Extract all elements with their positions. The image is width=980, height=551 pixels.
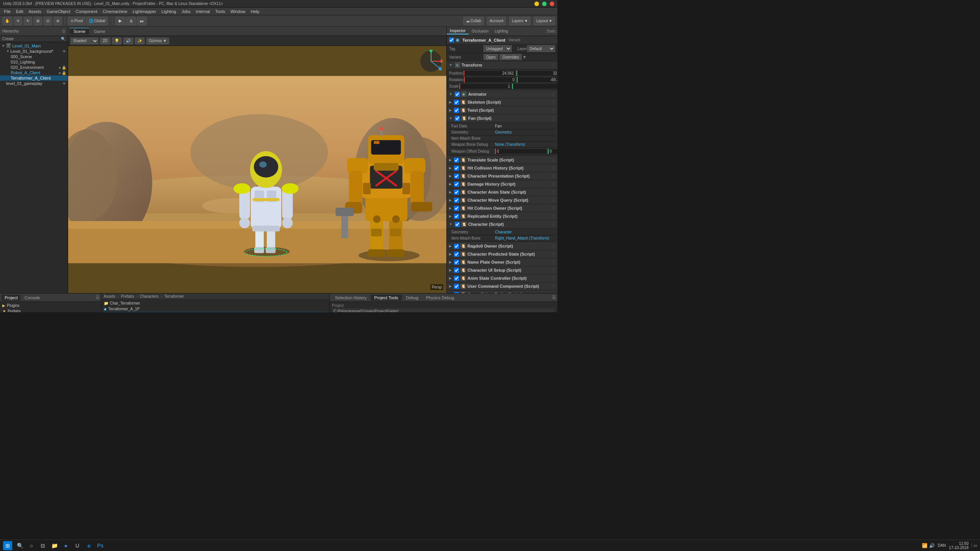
account-btn[interactable]: Account (487, 17, 506, 25)
tab-inspector[interactable]: Inspector (447, 28, 469, 34)
eye-icon[interactable]: 👁 (62, 49, 66, 54)
comp-enabled[interactable] (454, 260, 459, 265)
comp-enabled[interactable] (454, 292, 459, 293)
tab-game[interactable]: Game (90, 28, 109, 34)
rotate-tool[interactable]: ↻ (24, 17, 32, 25)
hit-collision-owner-header[interactable]: ▶ 📜 Hit Collision Owner (Script) ⋮ (447, 204, 557, 212)
comp-menu-btn[interactable]: ⋮ (551, 100, 555, 104)
layer-select[interactable]: Default (527, 45, 555, 52)
comp-enabled[interactable] (454, 268, 459, 273)
comp-enabled[interactable] (454, 182, 459, 187)
hit-collision-history-header[interactable]: ▶ 📜 Hit Collision History (Script) ⋮ (447, 164, 557, 172)
geometry-val[interactable]: Geometry (495, 130, 553, 134)
2d-btn[interactable]: 2D (100, 37, 110, 44)
comp-menu-btn[interactable]: ⋮ (551, 116, 555, 121)
comp-enabled[interactable] (455, 116, 460, 121)
pos-y[interactable] (516, 70, 557, 76)
tab-occlusion[interactable]: Occlusion (469, 28, 492, 34)
rot-y[interactable] (517, 77, 557, 83)
comp-menu-btn[interactable]: ⋮ (551, 166, 555, 170)
file-terraformer-1p[interactable]: ◆ Terraformer_A_1P (101, 306, 329, 312)
breadcrumb-prefabs[interactable]: Prefabs (121, 294, 134, 298)
menu-lighting[interactable]: Lighting (159, 8, 179, 15)
char-ui-setup-header[interactable]: ▶ 📜 Character UI Setup (Script) ⋮ (447, 266, 557, 274)
comp-menu-btn[interactable]: ⋮ (551, 260, 555, 264)
hierarchy-menu[interactable]: ☰ (62, 29, 65, 33)
eye-icon[interactable]: ● (59, 71, 61, 75)
replicated-entity-header[interactable]: ▶ 📜 Replicated Entity (Script) ⋮ (447, 212, 557, 220)
comp-menu-btn[interactable]: ⋮ (551, 206, 555, 210)
comp-menu-btn[interactable]: ⋮ (551, 252, 555, 256)
anim-state-controller-header[interactable]: ▶ 📜 Anim State Controller (Script) ⋮ (447, 274, 557, 282)
hierarchy-item-020env[interactable]: 020_Environment ● 🔒 (0, 65, 68, 70)
char-move-query-header[interactable]: ▶ 📜 Character Move Query (Script) ⋮ (447, 196, 557, 204)
breadcrumb-terraformer[interactable]: Terraformer (164, 294, 184, 298)
hierarchy-item-000scene[interactable]: 000_Scene (0, 54, 68, 59)
character-header[interactable]: ▼ 📜 Character (Script) ⋮ (447, 220, 557, 228)
shading-dropdown[interactable]: Shaded Wireframe (70, 37, 98, 44)
char-anim-state-header[interactable]: ▶ 📜 Character Anim State (Script) ⋮ (447, 188, 557, 196)
comp-enabled[interactable] (454, 174, 459, 179)
layout-btn[interactable]: Layout ▼ (534, 17, 555, 25)
scale-tool[interactable]: ⊞ (34, 17, 42, 25)
pt-panel-menu[interactable]: ☰ (552, 295, 556, 300)
menu-gameobject[interactable]: GameObject (44, 8, 73, 15)
weapon-bone-val[interactable]: None (Transform) (495, 142, 553, 147)
comp-enabled[interactable] (454, 252, 459, 257)
comp-enabled[interactable] (454, 198, 459, 203)
audio-btn[interactable]: 🔊 (123, 37, 133, 44)
char-predicted-state-header[interactable]: ▶ 📜 Character Predicted State (Script) ⋮ (447, 250, 557, 258)
tab-physics-debug[interactable]: Physics Debug (422, 295, 458, 301)
comp-menu-btn[interactable]: ⋮ (551, 214, 555, 218)
name-plate-owner-header[interactable]: ▶ 📜 Name Plate Owner (Script) ⋮ (447, 258, 557, 266)
pause-btn[interactable]: ⏸ (126, 17, 136, 25)
tab-debug[interactable]: Debug (402, 295, 422, 301)
tab-project-tools[interactable]: Project Tools (371, 295, 402, 301)
weapon-offset-y[interactable] (548, 148, 557, 154)
hierarchy-item-level01main[interactable]: ▼ 🎬 Level_01_Main (0, 43, 68, 49)
file-terraformer-client[interactable]: ◆ Terraformer_A_Client (101, 312, 329, 312)
object-name[interactable]: Terraformer_A_Client (462, 38, 505, 42)
comp-menu-btn[interactable]: ⋮ (551, 292, 555, 293)
file-char-terraformer[interactable]: 📁 Char_Terraformer (101, 300, 329, 306)
pos-x[interactable] (464, 70, 516, 76)
rect-tool[interactable]: ⊡ (44, 17, 52, 25)
lock-icon[interactable]: 🔒 (62, 65, 66, 70)
comp-enabled[interactable] (454, 108, 459, 113)
comp-menu-btn[interactable]: ⋮ (551, 244, 555, 248)
scale-x[interactable] (459, 83, 511, 89)
comp-menu-btn[interactable]: ⋮ (551, 182, 555, 186)
tab-scene[interactable]: Scene (70, 28, 89, 34)
step-btn[interactable]: ⏭ (137, 17, 147, 25)
comp-enabled[interactable] (454, 100, 459, 105)
comp-menu-btn[interactable]: ⋮ (551, 63, 555, 67)
comp-enabled[interactable] (454, 158, 459, 163)
effects-btn[interactable]: ✨ (135, 37, 145, 44)
collab-btn[interactable]: ☁ Collab (463, 17, 484, 25)
char-geometry-val[interactable]: Character (495, 230, 553, 234)
comp-menu-btn[interactable]: ⋮ (551, 108, 555, 112)
tab-project[interactable]: Project (2, 295, 21, 301)
comp-enabled[interactable] (454, 244, 459, 249)
char-item-attach-val[interactable]: Right_Hand_Attach (Transform) (495, 236, 553, 240)
menu-jobs[interactable]: Jobs (179, 8, 193, 15)
menu-tools[interactable]: Tools (213, 8, 227, 15)
damage-history-header[interactable]: ▶ 📜 Damage History (Script) ⋮ (447, 180, 557, 188)
comp-menu-btn[interactable]: ⋮ (551, 158, 555, 162)
menu-edit[interactable]: Edit (14, 8, 26, 15)
char-presentation-header[interactable]: ▶ 📜 Character Presentation (Script) ⋮ (447, 172, 557, 180)
eye-icon[interactable]: ● (59, 65, 61, 70)
comp-enabled[interactable] (454, 190, 459, 195)
pivot-btn[interactable]: ⊙ Pivot (68, 17, 85, 25)
tab-selection-history[interactable]: Selection History (331, 295, 371, 301)
panel-menu[interactable]: ☰ (96, 295, 100, 300)
menu-window[interactable]: Window (228, 8, 248, 15)
rot-x[interactable] (464, 77, 516, 83)
animator-header[interactable]: ▼ ▶ Animator ⋮ (447, 90, 557, 98)
active-checkbox[interactable] (449, 37, 454, 42)
comp-menu-btn[interactable]: ⋮ (551, 222, 555, 227)
close-btn[interactable] (550, 2, 554, 6)
user-command-header[interactable]: ▶ 📜 User Command Component (Script) ⋮ (447, 282, 557, 290)
menu-assets[interactable]: Assets (26, 8, 44, 15)
skeleton-header[interactable]: ▶ 📜 Skeleton (Script) ⋮ (447, 98, 557, 106)
